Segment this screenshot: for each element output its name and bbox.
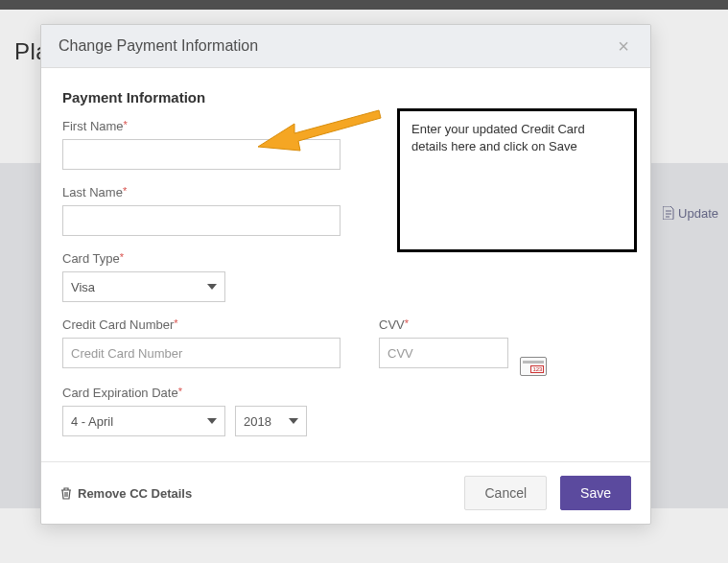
cc-number-row: Credit Card Number* bbox=[62, 317, 341, 370]
trash-icon bbox=[60, 487, 72, 500]
required-asterisk: * bbox=[124, 119, 128, 130]
hint-callout: Enter your updated Credit Card details h… bbox=[397, 108, 637, 252]
card-type-label: Card Type* bbox=[62, 251, 629, 266]
exp-year-select[interactable]: 2018 bbox=[235, 406, 307, 436]
expiration-label: Card Expiration Date* bbox=[62, 386, 629, 400]
first-name-input[interactable] bbox=[62, 139, 341, 170]
cc-number-label-text: Credit Card Number bbox=[62, 317, 174, 332]
cvv-input[interactable] bbox=[379, 338, 508, 368]
cancel-button[interactable]: Cancel bbox=[464, 476, 547, 510]
required-asterisk: * bbox=[178, 386, 182, 397]
expiration-row: Card Expiration Date* 4 - April 2018 bbox=[62, 386, 629, 436]
required-asterisk: * bbox=[123, 185, 127, 197]
change-payment-modal: Change Payment Information × Payment Inf… bbox=[40, 24, 651, 525]
footer-buttons: Cancel Save bbox=[464, 476, 631, 510]
card-type-label-text: Card Type bbox=[62, 251, 120, 266]
section-heading: Payment Information bbox=[62, 89, 629, 106]
card-type-select[interactable]: Visa bbox=[62, 271, 225, 302]
exp-month-select[interactable]: 4 - April bbox=[62, 406, 225, 436]
close-icon[interactable]: × bbox=[614, 36, 633, 56]
required-asterisk: * bbox=[174, 317, 177, 329]
modal-title: Change Payment Information bbox=[59, 37, 258, 55]
first-name-label-text: First Name bbox=[62, 119, 124, 133]
cc-number-label: Credit Card Number* bbox=[62, 317, 341, 332]
modal-body: Payment Information Enter your updated C… bbox=[41, 68, 650, 461]
last-name-input[interactable] bbox=[62, 205, 341, 236]
cvv-help-icon[interactable]: 123 bbox=[520, 357, 547, 376]
remove-cc-label: Remove CC Details bbox=[78, 486, 192, 501]
cvv-label: CVV* bbox=[379, 317, 547, 332]
expiration-label-text: Card Expiration Date bbox=[62, 386, 178, 400]
last-name-label-text: Last Name bbox=[62, 185, 123, 199]
cvv-row: CVV* 123 bbox=[379, 317, 547, 370]
modal-footer: Remove CC Details Cancel Save bbox=[41, 461, 650, 524]
cc-cvv-row: Credit Card Number* CVV* 123 bbox=[62, 317, 629, 386]
cvv-label-text: CVV bbox=[379, 317, 405, 332]
required-asterisk: * bbox=[120, 251, 124, 263]
remove-cc-button[interactable]: Remove CC Details bbox=[60, 486, 192, 501]
cc-number-input[interactable] bbox=[62, 338, 341, 368]
required-asterisk: * bbox=[405, 317, 409, 329]
card-type-row: Card Type* Visa bbox=[62, 251, 629, 302]
save-button[interactable]: Save bbox=[560, 476, 631, 510]
modal-header: Change Payment Information × bbox=[41, 25, 650, 68]
